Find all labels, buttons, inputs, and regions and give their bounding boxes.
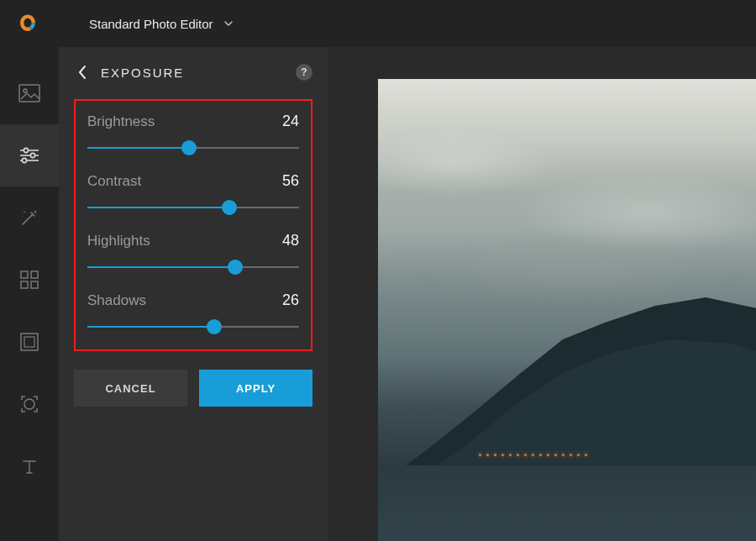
photo-preview [378, 79, 756, 541]
contrast-label: Contrast [87, 173, 141, 190]
svg-rect-9 [31, 271, 38, 278]
shadows-label: Shadows [87, 292, 146, 309]
svg-rect-13 [24, 337, 34, 347]
apply-button[interactable]: APPLY [199, 370, 312, 407]
cancel-button[interactable]: CANCEL [74, 370, 187, 407]
shadows-value: 26 [282, 292, 299, 309]
exposure-controls-highlight-box: Brightness 24 Contrast 56 [74, 99, 312, 351]
help-glyph: ? [301, 66, 307, 78]
svg-point-14 [24, 399, 34, 409]
svg-rect-0 [19, 85, 39, 102]
highlights-value: 48 [282, 232, 299, 249]
highlights-control: Highlights 48 [87, 232, 299, 275]
shadows-slider[interactable] [87, 319, 299, 334]
panel-actions: CANCEL APPLY [74, 370, 312, 407]
chevron-down-icon [223, 18, 234, 29]
svg-point-1 [24, 89, 27, 92]
brightness-label: Brightness [87, 113, 155, 130]
rail-grid-tool[interactable] [0, 249, 59, 311]
rail-text-tool[interactable] [0, 435, 59, 497]
rail-adjust-tool[interactable] [0, 124, 59, 186]
rail-frame-tool[interactable] [0, 311, 59, 373]
contrast-control: Contrast 56 [87, 172, 299, 215]
svg-rect-8 [21, 271, 28, 278]
rail-focus-tool[interactable] [0, 373, 59, 435]
rail-magic-tool[interactable] [0, 186, 59, 249]
contrast-slider[interactable] [87, 200, 299, 215]
app-logo [17, 13, 39, 34]
app-root: Standard Photo Editor [0, 0, 756, 541]
tool-rail [0, 47, 59, 541]
editor-mode-dropdown[interactable]: Standard Photo Editor [89, 17, 234, 31]
editor-mode-label: Standard Photo Editor [89, 17, 213, 31]
brightness-slider[interactable] [87, 140, 299, 155]
back-button[interactable] [74, 64, 91, 81]
brightness-value: 24 [282, 113, 299, 130]
svg-rect-12 [21, 334, 38, 350]
svg-rect-10 [21, 281, 28, 288]
canvas-area[interactable] [328, 47, 756, 541]
rail-image-tool[interactable] [0, 62, 59, 124]
adjust-panel: EXPOSURE ? Brightness 24 [59, 47, 328, 541]
svg-point-7 [22, 158, 26, 162]
brightness-control: Brightness 24 [87, 113, 299, 155]
city-lights [479, 452, 748, 457]
highlights-slider[interactable] [87, 260, 299, 275]
highlights-label: Highlights [87, 233, 150, 249]
svg-rect-11 [31, 281, 38, 288]
help-icon[interactable]: ? [296, 64, 312, 81]
main-body: EXPOSURE ? Brightness 24 [0, 47, 756, 541]
contrast-value: 56 [282, 172, 299, 190]
shadows-control: Shadows 26 [87, 292, 299, 334]
svg-point-5 [30, 153, 34, 157]
panel-title: EXPOSURE [101, 66, 286, 80]
panel-header: EXPOSURE ? [74, 64, 312, 81]
svg-point-3 [24, 148, 28, 152]
topbar: Standard Photo Editor [0, 0, 756, 47]
